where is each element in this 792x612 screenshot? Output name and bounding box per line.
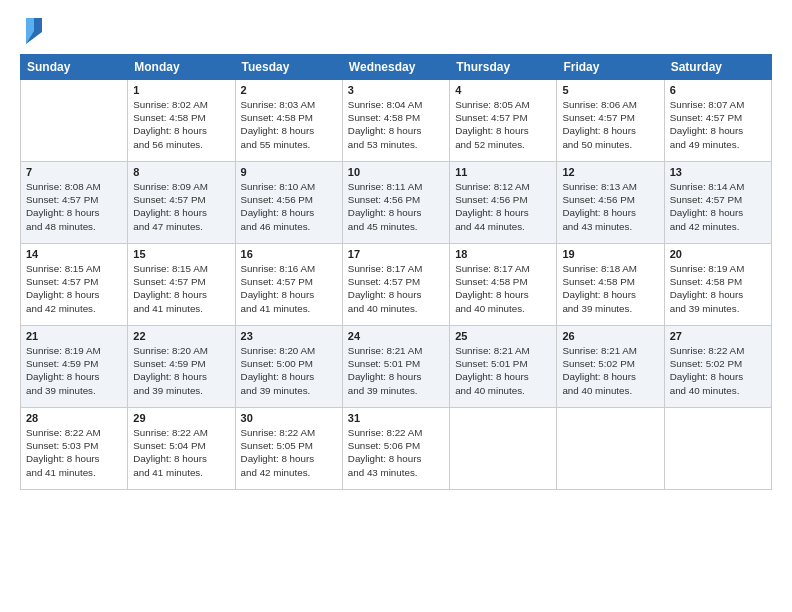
day-number: 21: [26, 330, 122, 342]
day-number: 27: [670, 330, 766, 342]
calendar-cell: 25Sunrise: 8:21 AMSunset: 5:01 PMDayligh…: [450, 326, 557, 408]
day-info: Sunrise: 8:21 AMSunset: 5:01 PMDaylight:…: [348, 344, 444, 397]
day-info: Sunrise: 8:17 AMSunset: 4:58 PMDaylight:…: [455, 262, 551, 315]
day-info: Sunrise: 8:04 AMSunset: 4:58 PMDaylight:…: [348, 98, 444, 151]
day-number: 25: [455, 330, 551, 342]
day-number: 18: [455, 248, 551, 260]
logo-flag-icon: [22, 16, 44, 44]
calendar-cell: 30Sunrise: 8:22 AMSunset: 5:05 PMDayligh…: [235, 408, 342, 490]
day-info: Sunrise: 8:15 AMSunset: 4:57 PMDaylight:…: [133, 262, 229, 315]
day-info: Sunrise: 8:22 AMSunset: 5:03 PMDaylight:…: [26, 426, 122, 479]
day-info: Sunrise: 8:02 AMSunset: 4:58 PMDaylight:…: [133, 98, 229, 151]
day-number: 14: [26, 248, 122, 260]
calendar-header-row: SundayMondayTuesdayWednesdayThursdayFrid…: [21, 55, 772, 80]
day-number: 5: [562, 84, 658, 96]
day-number: 1: [133, 84, 229, 96]
calendar-cell: 11Sunrise: 8:12 AMSunset: 4:56 PMDayligh…: [450, 162, 557, 244]
day-number: 12: [562, 166, 658, 178]
day-number: 3: [348, 84, 444, 96]
day-number: 11: [455, 166, 551, 178]
day-header-saturday: Saturday: [664, 55, 771, 80]
day-info: Sunrise: 8:09 AMSunset: 4:57 PMDaylight:…: [133, 180, 229, 233]
day-number: 8: [133, 166, 229, 178]
calendar-cell: 12Sunrise: 8:13 AMSunset: 4:56 PMDayligh…: [557, 162, 664, 244]
calendar-cell: [21, 80, 128, 162]
day-header-sunday: Sunday: [21, 55, 128, 80]
calendar-cell: [664, 408, 771, 490]
day-info: Sunrise: 8:11 AMSunset: 4:56 PMDaylight:…: [348, 180, 444, 233]
day-info: Sunrise: 8:16 AMSunset: 4:57 PMDaylight:…: [241, 262, 337, 315]
day-number: 23: [241, 330, 337, 342]
logo: [20, 18, 44, 44]
day-number: 15: [133, 248, 229, 260]
calendar-cell: 9Sunrise: 8:10 AMSunset: 4:56 PMDaylight…: [235, 162, 342, 244]
day-info: Sunrise: 8:21 AMSunset: 5:01 PMDaylight:…: [455, 344, 551, 397]
calendar-cell: 7Sunrise: 8:08 AMSunset: 4:57 PMDaylight…: [21, 162, 128, 244]
day-info: Sunrise: 8:07 AMSunset: 4:57 PMDaylight:…: [670, 98, 766, 151]
calendar-cell: 6Sunrise: 8:07 AMSunset: 4:57 PMDaylight…: [664, 80, 771, 162]
calendar-cell: 5Sunrise: 8:06 AMSunset: 4:57 PMDaylight…: [557, 80, 664, 162]
day-number: 29: [133, 412, 229, 424]
calendar-week-row: 14Sunrise: 8:15 AMSunset: 4:57 PMDayligh…: [21, 244, 772, 326]
calendar-cell: 27Sunrise: 8:22 AMSunset: 5:02 PMDayligh…: [664, 326, 771, 408]
calendar-cell: [557, 408, 664, 490]
page: SundayMondayTuesdayWednesdayThursdayFrid…: [0, 0, 792, 612]
day-number: 31: [348, 412, 444, 424]
day-number: 10: [348, 166, 444, 178]
day-info: Sunrise: 8:20 AMSunset: 5:00 PMDaylight:…: [241, 344, 337, 397]
day-info: Sunrise: 8:17 AMSunset: 4:57 PMDaylight:…: [348, 262, 444, 315]
day-info: Sunrise: 8:15 AMSunset: 4:57 PMDaylight:…: [26, 262, 122, 315]
day-number: 6: [670, 84, 766, 96]
calendar-cell: 24Sunrise: 8:21 AMSunset: 5:01 PMDayligh…: [342, 326, 449, 408]
day-info: Sunrise: 8:12 AMSunset: 4:56 PMDaylight:…: [455, 180, 551, 233]
calendar-cell: 21Sunrise: 8:19 AMSunset: 4:59 PMDayligh…: [21, 326, 128, 408]
calendar-cell: 31Sunrise: 8:22 AMSunset: 5:06 PMDayligh…: [342, 408, 449, 490]
day-info: Sunrise: 8:10 AMSunset: 4:56 PMDaylight:…: [241, 180, 337, 233]
day-number: 13: [670, 166, 766, 178]
calendar-cell: 10Sunrise: 8:11 AMSunset: 4:56 PMDayligh…: [342, 162, 449, 244]
calendar-cell: 2Sunrise: 8:03 AMSunset: 4:58 PMDaylight…: [235, 80, 342, 162]
calendar-cell: 29Sunrise: 8:22 AMSunset: 5:04 PMDayligh…: [128, 408, 235, 490]
day-info: Sunrise: 8:22 AMSunset: 5:06 PMDaylight:…: [348, 426, 444, 479]
day-number: 2: [241, 84, 337, 96]
day-header-friday: Friday: [557, 55, 664, 80]
day-info: Sunrise: 8:18 AMSunset: 4:58 PMDaylight:…: [562, 262, 658, 315]
day-info: Sunrise: 8:03 AMSunset: 4:58 PMDaylight:…: [241, 98, 337, 151]
day-number: 4: [455, 84, 551, 96]
day-info: Sunrise: 8:19 AMSunset: 4:59 PMDaylight:…: [26, 344, 122, 397]
calendar-week-row: 1Sunrise: 8:02 AMSunset: 4:58 PMDaylight…: [21, 80, 772, 162]
calendar-cell: 14Sunrise: 8:15 AMSunset: 4:57 PMDayligh…: [21, 244, 128, 326]
calendar-week-row: 7Sunrise: 8:08 AMSunset: 4:57 PMDaylight…: [21, 162, 772, 244]
calendar-cell: 1Sunrise: 8:02 AMSunset: 4:58 PMDaylight…: [128, 80, 235, 162]
day-info: Sunrise: 8:22 AMSunset: 5:05 PMDaylight:…: [241, 426, 337, 479]
day-number: 22: [133, 330, 229, 342]
calendar-cell: 8Sunrise: 8:09 AMSunset: 4:57 PMDaylight…: [128, 162, 235, 244]
day-number: 20: [670, 248, 766, 260]
day-info: Sunrise: 8:22 AMSunset: 5:02 PMDaylight:…: [670, 344, 766, 397]
calendar-cell: 19Sunrise: 8:18 AMSunset: 4:58 PMDayligh…: [557, 244, 664, 326]
calendar-cell: 22Sunrise: 8:20 AMSunset: 4:59 PMDayligh…: [128, 326, 235, 408]
day-number: 24: [348, 330, 444, 342]
calendar-cell: 4Sunrise: 8:05 AMSunset: 4:57 PMDaylight…: [450, 80, 557, 162]
day-number: 26: [562, 330, 658, 342]
calendar-cell: 17Sunrise: 8:17 AMSunset: 4:57 PMDayligh…: [342, 244, 449, 326]
day-info: Sunrise: 8:22 AMSunset: 5:04 PMDaylight:…: [133, 426, 229, 479]
day-info: Sunrise: 8:14 AMSunset: 4:57 PMDaylight:…: [670, 180, 766, 233]
header: [20, 18, 772, 44]
day-header-wednesday: Wednesday: [342, 55, 449, 80]
day-number: 28: [26, 412, 122, 424]
calendar-cell: 13Sunrise: 8:14 AMSunset: 4:57 PMDayligh…: [664, 162, 771, 244]
calendar-cell: 3Sunrise: 8:04 AMSunset: 4:58 PMDaylight…: [342, 80, 449, 162]
day-header-monday: Monday: [128, 55, 235, 80]
day-header-thursday: Thursday: [450, 55, 557, 80]
day-info: Sunrise: 8:20 AMSunset: 4:59 PMDaylight:…: [133, 344, 229, 397]
calendar-cell: 15Sunrise: 8:15 AMSunset: 4:57 PMDayligh…: [128, 244, 235, 326]
calendar-cell: 20Sunrise: 8:19 AMSunset: 4:58 PMDayligh…: [664, 244, 771, 326]
day-number: 16: [241, 248, 337, 260]
calendar-cell: 26Sunrise: 8:21 AMSunset: 5:02 PMDayligh…: [557, 326, 664, 408]
calendar-week-row: 28Sunrise: 8:22 AMSunset: 5:03 PMDayligh…: [21, 408, 772, 490]
calendar-cell: 28Sunrise: 8:22 AMSunset: 5:03 PMDayligh…: [21, 408, 128, 490]
day-number: 30: [241, 412, 337, 424]
day-number: 17: [348, 248, 444, 260]
day-number: 9: [241, 166, 337, 178]
